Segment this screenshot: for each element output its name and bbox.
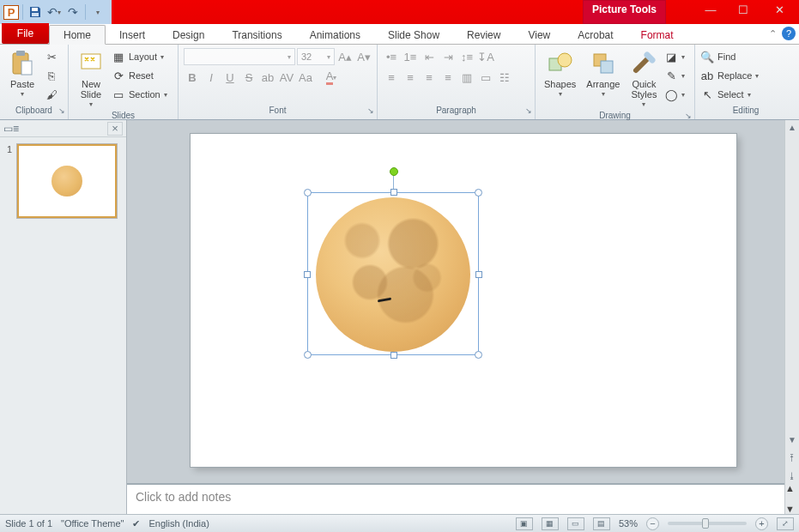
align-text-button[interactable]: ▭ [477,69,494,86]
scroll-down-icon[interactable]: ▼ [785,432,799,447]
sorter-view-button[interactable]: ▦ [542,517,559,530]
notes-scrollbar[interactable]: ▲ ▼ [784,483,799,514]
char-spacing-button[interactable]: AV [278,69,295,86]
qat-customize-icon[interactable]: ▾ [89,3,106,21]
tab-view[interactable]: View [514,26,564,44]
zoom-thumb[interactable] [702,518,709,529]
handle-w[interactable] [304,271,311,278]
minimize-ribbon-icon[interactable]: ⌃ [769,28,777,39]
shrink-font-icon[interactable]: A▾ [355,48,372,65]
handle-s[interactable] [390,352,397,359]
handle-nw[interactable] [304,189,312,196]
close-pane-icon[interactable]: × [107,122,123,136]
tab-animations[interactable]: Animations [296,26,374,44]
redo-icon[interactable]: ↷ [64,3,82,21]
slide-thumbnail[interactable] [17,144,117,218]
shadow-button[interactable]: ab [259,69,276,86]
tab-format[interactable]: Format [627,26,687,44]
bold-button[interactable]: B [184,69,201,86]
shape-effects-button[interactable]: ◯▾ [664,86,685,103]
quick-styles-button[interactable]: Quick Styles▾ [626,48,661,111]
slide-stage[interactable] [127,120,799,483]
notes-pane[interactable]: Click to add notes [127,483,799,514]
slides-tab-icon[interactable]: ▭ [3,123,13,135]
selection-box[interactable] [307,192,479,355]
handle-sw[interactable] [304,351,312,359]
zoom-slider[interactable] [668,522,747,525]
language-indicator[interactable]: English (India) [148,518,209,529]
zoom-out-button[interactable]: − [646,517,659,530]
spellcheck-icon[interactable]: ✔ [132,518,140,529]
justify-button[interactable]: ≡ [439,69,457,86]
tab-insert[interactable]: Insert [106,26,159,44]
next-slide-icon[interactable]: ⭳ [785,469,799,483]
minimize-button[interactable]: — [694,0,727,19]
tab-design[interactable]: Design [159,26,218,44]
handle-ne[interactable] [475,189,482,196]
scroll-up-icon[interactable]: ▲ [785,120,799,135]
moon-image[interactable] [316,197,470,352]
scroll-up-icon[interactable]: ▲ [785,483,799,493]
zoom-percent[interactable]: 53% [619,518,638,529]
shape-fill-button[interactable]: ◪▾ [664,48,685,65]
prev-slide-icon[interactable]: ⭱ [785,450,799,465]
select-button[interactable]: ↖Select▾ [700,86,759,103]
shape-outline-button[interactable]: ✎▾ [664,67,685,84]
font-family-combo[interactable]: ▾ [184,48,295,65]
cut-icon[interactable]: ✂ [43,48,60,65]
dialog-launcher-icon[interactable]: ↘ [525,106,532,115]
handle-n[interactable] [390,189,397,196]
numbering-button[interactable]: 1≡ [402,48,419,65]
line-spacing-button[interactable]: ↕≡ [458,48,475,65]
find-button[interactable]: 🔍Find [700,48,759,65]
paste-button[interactable]: Paste ▾ [5,48,39,100]
font-size-combo[interactable]: 32▾ [297,48,335,65]
dialog-launcher-icon[interactable]: ↘ [367,106,374,115]
decrease-indent-button[interactable]: ⇤ [421,48,438,65]
copy-icon[interactable]: ⎘ [43,67,60,84]
layout-button[interactable]: ▦Layout▾ [112,48,167,65]
font-color-button[interactable]: A▾ [323,69,340,86]
text-direction-button[interactable]: ↧A [477,48,494,65]
tab-home[interactable]: Home [49,25,106,45]
rotation-handle[interactable] [390,167,398,176]
shapes-button[interactable]: Shapes▾ [541,48,579,100]
tab-review[interactable]: Review [453,26,514,44]
slideshow-view-button[interactable]: ▤ [593,517,610,530]
close-button[interactable]: ✕ [760,0,799,19]
zoom-in-button[interactable]: + [755,517,768,530]
arrange-button[interactable]: Arrange▾ [583,48,623,100]
handle-se[interactable] [475,351,482,359]
smartart-button[interactable]: ☷ [496,69,513,86]
handle-e[interactable] [475,271,482,278]
save-icon[interactable] [27,3,44,21]
normal-view-button[interactable]: ▣ [516,517,533,530]
reading-view-button[interactable]: ▭ [567,517,584,530]
fit-to-window-button[interactable]: ⤢ [777,517,794,530]
dialog-launcher-icon[interactable]: ↘ [58,106,65,115]
strike-button[interactable]: S [240,69,257,86]
replace-button[interactable]: abReplace▾ [700,67,759,84]
tab-acrobat[interactable]: Acrobat [564,26,626,44]
tab-transitions[interactable]: Transitions [218,26,295,44]
help-icon[interactable]: ? [782,27,796,40]
underline-button[interactable]: U [221,69,239,86]
new-slide-button[interactable]: New Slide▾ [74,48,108,111]
align-right-button[interactable]: ≡ [421,69,438,86]
undo-icon[interactable]: ↶▾ [45,3,63,21]
bullets-button[interactable]: •≡ [383,48,400,65]
vertical-scrollbar[interactable]: ▲ ▼ ⭱ ⭳ [784,120,799,483]
increase-indent-button[interactable]: ⇥ [439,48,457,65]
dialog-launcher-icon[interactable]: ↘ [685,112,692,120]
outline-tab-icon[interactable]: ≡ [13,123,19,135]
section-button[interactable]: ▭Section▾ [112,86,167,103]
app-icon[interactable]: P [3,5,19,20]
align-left-button[interactable]: ≡ [383,69,400,86]
maximize-button[interactable]: ☐ [727,0,760,19]
columns-button[interactable]: ▥ [458,69,475,86]
format-painter-icon[interactable]: 🖌 [43,86,60,103]
scroll-down-icon[interactable]: ▼ [785,504,799,514]
align-center-button[interactable]: ≡ [402,69,419,86]
slide[interactable] [191,134,736,467]
tab-file[interactable]: File [2,23,49,44]
